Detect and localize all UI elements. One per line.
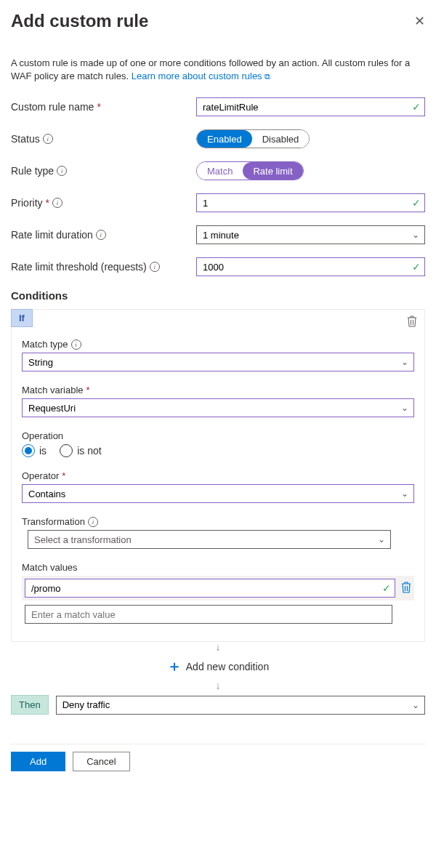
- status-disabled-option[interactable]: Disabled: [252, 130, 310, 148]
- custom-rule-name-label: Custom rule name *: [11, 101, 196, 113]
- close-icon[interactable]: ✕: [414, 13, 425, 29]
- priority-input[interactable]: [196, 193, 425, 212]
- label-text: Transformation: [22, 516, 85, 527]
- match-value-input[interactable]: [25, 579, 395, 598]
- rule-type-match-option[interactable]: Match: [197, 162, 243, 180]
- label-text: Priority: [11, 197, 43, 209]
- learn-more-text: Learn more about custom rules: [132, 71, 262, 81]
- if-badge: If: [11, 309, 33, 327]
- required-asterisk: *: [97, 101, 100, 113]
- operator-select[interactable]: Contains: [22, 484, 414, 503]
- threshold-input[interactable]: [196, 257, 425, 276]
- info-icon[interactable]: i: [57, 166, 67, 176]
- match-variable-select[interactable]: RequestUri: [22, 398, 414, 417]
- info-icon[interactable]: i: [88, 517, 98, 527]
- flow-arrow-icon: ↓: [11, 680, 425, 691]
- add-condition-button[interactable]: ＋ Add new condition: [11, 652, 425, 680]
- transformation-label: Transformation i: [22, 516, 414, 527]
- panel-title: Add custom rule: [11, 11, 148, 31]
- radio-label: is not: [77, 445, 101, 457]
- delete-match-value-icon[interactable]: [401, 582, 411, 595]
- add-condition-label: Add new condition: [186, 661, 269, 672]
- operation-isnot-radio[interactable]: is not: [60, 444, 101, 457]
- label-text: Match type: [22, 339, 68, 350]
- operator-label: Operator *: [22, 470, 414, 481]
- duration-label: Rate limit duration i: [11, 229, 196, 241]
- label-text: Operator: [22, 470, 59, 481]
- learn-more-link[interactable]: Learn more about custom rules ⧉: [132, 71, 271, 81]
- label-text: Match variable: [22, 385, 84, 395]
- match-type-select[interactable]: String: [22, 353, 414, 371]
- rule-type-toggle: Match Rate limit: [196, 161, 304, 180]
- operation-label: Operation: [22, 430, 414, 441]
- cancel-button[interactable]: Cancel: [73, 752, 129, 771]
- required-asterisk: *: [62, 470, 65, 481]
- conditions-heading: Conditions: [11, 289, 425, 302]
- info-icon[interactable]: i: [150, 262, 160, 272]
- match-values-label: Match values: [22, 562, 414, 573]
- match-variable-label: Match variable *: [22, 385, 414, 395]
- status-enabled-option[interactable]: Enabled: [197, 130, 252, 148]
- status-toggle: Enabled Disabled: [196, 129, 310, 148]
- radio-icon: [60, 444, 73, 457]
- priority-label: Priority * i: [11, 197, 196, 209]
- info-icon[interactable]: i: [52, 198, 62, 208]
- rule-type-label: Rule type i: [11, 165, 196, 177]
- transformation-select[interactable]: Select a transformation: [28, 530, 391, 549]
- delete-condition-icon[interactable]: [407, 316, 417, 329]
- required-asterisk: *: [46, 197, 49, 209]
- radio-label: is: [39, 445, 47, 457]
- then-badge: Then: [11, 695, 49, 715]
- custom-rule-name-input[interactable]: [196, 97, 425, 116]
- condition-card: If Match type i String ⌄ Match variable …: [11, 309, 425, 642]
- plus-icon: ＋: [167, 656, 182, 676]
- radio-icon: [22, 444, 35, 457]
- action-select[interactable]: Deny traffic: [56, 696, 425, 715]
- rule-type-rate-option[interactable]: Rate limit: [243, 162, 302, 180]
- label-text: Custom rule name: [11, 101, 94, 113]
- external-link-icon: ⧉: [265, 72, 270, 81]
- label-text: Rate limit duration: [11, 229, 93, 241]
- status-label: Status i: [11, 133, 196, 145]
- threshold-label: Rate limit threshold (requests) i: [11, 261, 196, 273]
- description-text: A custom rule is made up of one or more …: [11, 57, 425, 83]
- flow-arrow-icon: ↓: [11, 642, 425, 652]
- match-value-new-input[interactable]: [25, 605, 392, 624]
- add-button[interactable]: Add: [11, 752, 65, 771]
- duration-select[interactable]: 1 minute: [196, 225, 425, 244]
- info-icon[interactable]: i: [43, 134, 53, 144]
- required-asterisk: *: [86, 385, 90, 395]
- label-text: Status: [11, 133, 40, 145]
- info-icon[interactable]: i: [96, 230, 106, 240]
- label-text: Rule type: [11, 165, 54, 177]
- operation-is-radio[interactable]: is: [22, 444, 47, 457]
- match-type-label: Match type i: [22, 339, 414, 350]
- info-icon[interactable]: i: [71, 339, 81, 350]
- label-text: Rate limit threshold (requests): [11, 261, 147, 273]
